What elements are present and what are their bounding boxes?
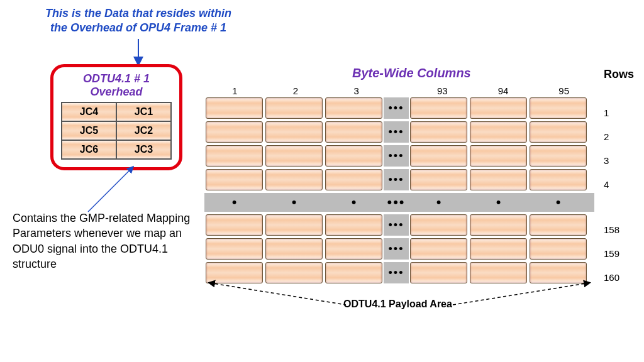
overhead-title: ODTU4.1 # 1 Overhead bbox=[61, 72, 172, 98]
payload-cell bbox=[470, 238, 527, 260]
overhead-box: ODTU4.1 # 1 Overhead JC4 JC1 JC5 JC2 JC6… bbox=[50, 64, 182, 170]
payload-cell bbox=[206, 97, 263, 119]
payload-cell bbox=[410, 97, 467, 119]
ellipsis-icon: ••• bbox=[384, 238, 409, 260]
ellipsis-icon: ••• bbox=[384, 194, 409, 211]
jc-cell-jc1: JC1 bbox=[116, 102, 171, 121]
payload-cell bbox=[325, 97, 382, 119]
col-label-2: 2 bbox=[265, 85, 326, 96]
payload-cell bbox=[530, 238, 587, 260]
payload-title: Byte-Wide Columns bbox=[352, 66, 471, 80]
payload-cell bbox=[325, 169, 382, 190]
payload-cell bbox=[470, 214, 527, 236]
payload-cell bbox=[265, 145, 323, 167]
payload-cell bbox=[206, 121, 263, 143]
row-label-3: 3 bbox=[604, 148, 619, 172]
payload-cell bbox=[265, 214, 323, 236]
payload-area-label: ODTU4.1 Payload Area bbox=[204, 299, 591, 310]
col-label-94: 94 bbox=[473, 85, 534, 96]
payload-cell bbox=[325, 238, 382, 260]
payload-cell bbox=[530, 97, 587, 119]
payload-cell bbox=[530, 169, 587, 190]
row-label-2: 2 bbox=[604, 124, 619, 148]
ellipsis-icon: ••• bbox=[384, 121, 409, 143]
payload-cell bbox=[530, 145, 587, 167]
jc-grid: JC4 JC1 JC5 JC2 JC6 JC3 bbox=[61, 102, 172, 160]
payload-cell bbox=[265, 121, 323, 143]
row-label-158: 158 bbox=[604, 217, 619, 241]
rows-axis-label: Rows bbox=[604, 68, 634, 81]
dot-icon: • bbox=[409, 194, 469, 211]
jc-cell-jc6: JC6 bbox=[62, 140, 116, 159]
jc-cell-jc5: JC5 bbox=[62, 121, 116, 140]
column-header-row: 1 2 3 93 94 95 bbox=[204, 85, 594, 96]
top-annotation: This is the Data that resides within the… bbox=[38, 6, 239, 35]
jc-cell-jc2: JC2 bbox=[116, 121, 171, 140]
payload-cell bbox=[325, 121, 382, 143]
overhead-title-line2: Overhead bbox=[90, 85, 142, 98]
row-label-160: 160 bbox=[604, 265, 619, 289]
payload-cell bbox=[325, 145, 382, 167]
col-label-3: 3 bbox=[326, 85, 387, 96]
payload-cell bbox=[410, 214, 467, 236]
payload-cell bbox=[265, 169, 323, 190]
payload-cell bbox=[265, 97, 323, 119]
grid-bottom-rows: ••• ••• ••• bbox=[204, 213, 594, 285]
ellipsis-icon: ••• bbox=[384, 97, 409, 119]
arrow-bottom-to-overhead bbox=[88, 165, 164, 215]
col-label-95: 95 bbox=[533, 85, 594, 96]
grid-top-rows: ••• ••• ••• ••• bbox=[204, 96, 594, 192]
payload-cell bbox=[265, 238, 323, 260]
payload-cell bbox=[325, 214, 382, 236]
col-label-93: 93 bbox=[412, 85, 473, 96]
row-label-4: 4 bbox=[604, 172, 619, 196]
payload-cell bbox=[470, 145, 527, 167]
payload-cell bbox=[410, 169, 467, 190]
grid-row-ellipsis: ••••••••• bbox=[204, 193, 594, 212]
overhead-title-line1: ODTU4.1 # 1 bbox=[83, 72, 150, 85]
ellipsis-icon: ••• bbox=[384, 145, 409, 167]
payload-cell bbox=[470, 121, 527, 143]
bottom-annotation: Contains the GMP-related Mapping Paramet… bbox=[13, 211, 201, 272]
payload-cell bbox=[530, 121, 587, 143]
payload-cell bbox=[410, 238, 467, 260]
dot-icon: • bbox=[528, 194, 588, 211]
payload-cell bbox=[206, 145, 263, 167]
payload-cell bbox=[206, 214, 263, 236]
payload-cell bbox=[470, 169, 527, 190]
payload-cell bbox=[470, 97, 527, 119]
col-label-1: 1 bbox=[204, 85, 265, 96]
jc-cell-jc3: JC3 bbox=[116, 140, 171, 159]
row-label-159: 159 bbox=[604, 241, 619, 265]
svg-line-1 bbox=[88, 168, 132, 212]
payload-area: Byte-Wide Columns Rows 1 2 3 93 94 95 ••… bbox=[204, 69, 594, 285]
row-label-1: 1 bbox=[604, 101, 619, 124]
payload-cell bbox=[206, 238, 263, 260]
ellipsis-icon: ••• bbox=[384, 169, 409, 190]
payload-cell bbox=[530, 214, 587, 236]
ellipsis-icon: ••• bbox=[384, 214, 409, 236]
dot-icon: • bbox=[264, 194, 324, 211]
payload-cell bbox=[206, 169, 263, 190]
dot-icon: • bbox=[469, 194, 528, 211]
ellipsis-icon: ••• bbox=[384, 262, 409, 283]
row-labels: 1 2 3 4 158 159 160 bbox=[604, 101, 619, 289]
payload-cell bbox=[410, 145, 467, 167]
jc-cell-jc4: JC4 bbox=[62, 102, 116, 121]
payload-cell bbox=[410, 121, 467, 143]
dot-icon: • bbox=[324, 194, 384, 211]
dot-icon: • bbox=[204, 194, 264, 211]
